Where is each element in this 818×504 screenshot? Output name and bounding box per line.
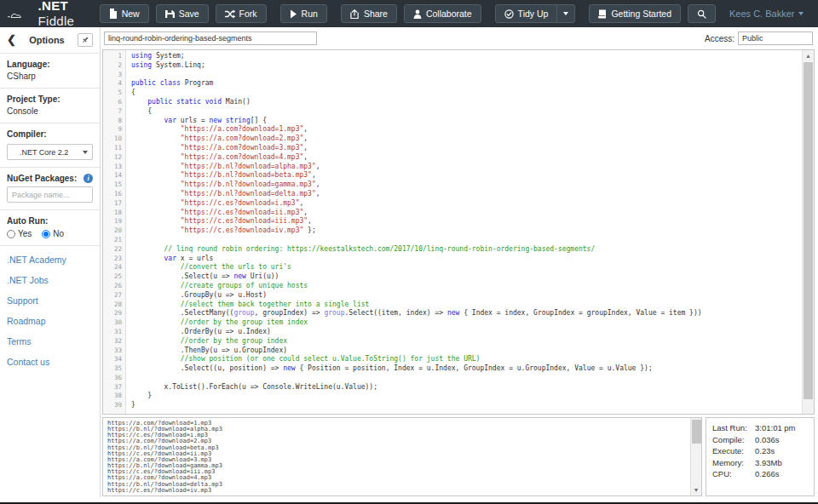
sidebar-link-roadmap[interactable]: Roadmap xyxy=(7,311,93,331)
compiler-select[interactable]: .NET Core 2.2 xyxy=(7,144,93,160)
user-menu[interactable]: Kees C. Bakker xyxy=(729,9,804,19)
console-output: https://a.com/?download=1.mp3https://b.n… xyxy=(103,418,690,495)
compiler-label: Compiler: xyxy=(7,129,93,139)
stat-label: Last Run: xyxy=(712,422,755,434)
auto-run-option-no[interactable]: No xyxy=(42,229,64,238)
line-number: 15 xyxy=(103,180,125,190)
output-console: https://a.com/?download=1.mp3https://b.n… xyxy=(102,417,702,496)
auto-run-option-yes[interactable]: Yes xyxy=(7,229,32,238)
sidebar-title: Options xyxy=(29,35,65,45)
scroll-up-arrow[interactable]: ▲ xyxy=(803,50,814,61)
language-value: CSharp xyxy=(7,72,93,81)
code-line: "https://a.com?download=1.mp3", xyxy=(131,125,802,135)
run-stats-panel: Last Run:3:01:01 pmCompile:0.036sExecute… xyxy=(706,417,815,496)
editor-scroll-thumb[interactable] xyxy=(804,62,813,399)
line-number: 26 xyxy=(103,282,125,291)
code-line: "https://b.nl?download=alpha.mp3", xyxy=(131,163,802,172)
sidebar-link-support[interactable]: Support xyxy=(7,290,93,311)
play-icon xyxy=(290,9,297,19)
new-button[interactable]: New xyxy=(100,4,149,23)
code-line: "https://c.es?download=ii.mp3", xyxy=(131,209,802,218)
fork-button[interactable]: Fork xyxy=(216,4,267,23)
line-number: 11 xyxy=(103,144,125,153)
language-section: Language: CSharp xyxy=(0,54,100,89)
nuget-label: NuGet Packages: xyxy=(7,174,77,183)
code-line: //show position (or one could select u.V… xyxy=(131,355,802,364)
collapse-sidebar-button[interactable]: ❮ xyxy=(7,36,16,44)
editor-scrollbar[interactable]: ▲ xyxy=(802,50,814,414)
share-button[interactable]: Share xyxy=(341,4,397,23)
code-line: x.ToList().ForEach(u => Console.WriteLin… xyxy=(131,383,802,392)
run-button[interactable]: Run xyxy=(280,4,327,23)
fiddle-title-input[interactable] xyxy=(104,32,317,45)
line-number: 28 xyxy=(103,301,125,310)
pin-sidebar-button[interactable] xyxy=(78,33,93,47)
caret-down-icon xyxy=(798,12,804,15)
auto-run-option-label: Yes xyxy=(18,229,32,238)
line-number: 37 xyxy=(103,383,125,392)
sidebar-link-net-academy[interactable]: .NET Academy xyxy=(7,249,93,270)
line-number: 17 xyxy=(103,199,125,209)
line-number-gutter: 1234567891011121314151617181920212223242… xyxy=(103,50,126,414)
app-window: .NET Fiddle New Save Fork Run Share Coll… xyxy=(0,0,818,504)
save-button[interactable]: Save xyxy=(156,4,209,23)
brand-dotnet: .NET xyxy=(38,0,68,13)
line-number: 34 xyxy=(103,355,125,364)
sidebar-link-contact-us[interactable]: Contact us xyxy=(7,352,93,372)
line-number: 18 xyxy=(103,209,125,218)
code-line: "https://a.com?download=2.mp3", xyxy=(131,135,802,144)
code-line: "https://c.es?download=iii.mp3", xyxy=(131,217,802,226)
line-number: 36 xyxy=(103,374,125,383)
code-line: { xyxy=(131,107,802,117)
code-area[interactable]: using System;using System.Linq; public c… xyxy=(126,50,802,414)
pin-icon xyxy=(81,36,89,44)
code-line xyxy=(131,236,802,245)
sidebar-link-net-jobs[interactable]: .NET Jobs xyxy=(7,270,93,290)
code-line: //order by the group index xyxy=(131,337,802,346)
auto-run-radio-yes[interactable] xyxy=(7,230,15,238)
sidebar-links: .NET Academy.NET JobsSupportRoadmapTerms… xyxy=(0,246,100,375)
code-line: using System; xyxy=(131,52,802,61)
console-scrollbar[interactable]: ▼ xyxy=(690,418,701,495)
code-line: .ThenBy(u => u.GroupIndex) xyxy=(131,346,802,356)
scroll-down-arrow[interactable]: ▼ xyxy=(691,484,701,495)
nuget-package-input[interactable] xyxy=(7,186,93,203)
line-number: 25 xyxy=(103,272,125,282)
user-name: Kees C. Bakker xyxy=(729,9,794,19)
console-scroll-thumb[interactable] xyxy=(692,420,701,444)
access-select[interactable]: Public xyxy=(738,32,813,45)
options-sidebar: ❮ Options Language: CSharp Project Type:… xyxy=(0,27,101,497)
code-line: .SelectMany((group, groupIndex) => group… xyxy=(131,309,802,318)
brand-logo[interactable]: .NET Fiddle xyxy=(7,0,86,29)
collaborate-button[interactable]: Collaborate xyxy=(404,4,481,23)
file-icon xyxy=(109,9,118,19)
tidy-up-button[interactable]: Tidy Up xyxy=(495,4,558,23)
stat-value: 0.036s xyxy=(755,434,808,446)
line-number: 38 xyxy=(103,392,125,401)
compiler-value: .NET Core 2.2 xyxy=(20,148,68,157)
info-icon[interactable]: i xyxy=(84,174,93,183)
line-number: 12 xyxy=(103,153,125,163)
code-line: var urls = new string[] { xyxy=(131,117,802,126)
line-number: 13 xyxy=(103,163,125,172)
stat-label: Execute: xyxy=(712,445,755,457)
getting-started-button[interactable]: Getting Started xyxy=(589,4,681,23)
caret-down-icon xyxy=(563,12,568,15)
code-line xyxy=(131,71,802,80)
stat-label: CPU: xyxy=(712,468,755,480)
code-line: var x = urls xyxy=(131,255,802,264)
code-line: using System.Linq; xyxy=(131,61,802,71)
line-number: 9 xyxy=(103,125,125,135)
auto-run-radio-no[interactable] xyxy=(42,230,50,238)
check-circle-icon xyxy=(504,9,514,19)
search-button[interactable] xyxy=(688,4,716,23)
stat-value: 3:01:01 pm xyxy=(755,422,808,434)
sidebar-link-terms[interactable]: Terms xyxy=(7,331,93,352)
stat-value: 0.266s xyxy=(755,468,808,480)
code-line: //order by the group item index xyxy=(131,318,802,328)
tidy-up-dropdown-button[interactable] xyxy=(557,4,575,23)
stat-label: Compile: xyxy=(712,434,755,446)
nuget-section: NuGet Packages: i xyxy=(0,168,100,210)
line-number: 3 xyxy=(103,71,125,80)
stat-value: 0.23s xyxy=(755,445,808,457)
